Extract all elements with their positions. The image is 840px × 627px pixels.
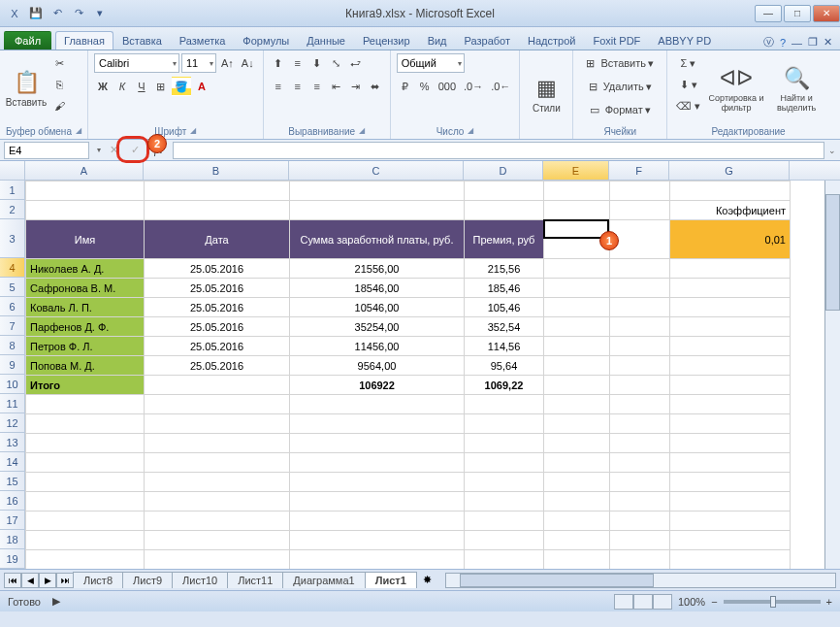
- row-header[interactable]: 1: [0, 181, 25, 200]
- maximize-button[interactable]: □: [784, 5, 811, 22]
- row-header[interactable]: 10: [0, 375, 25, 394]
- row-header[interactable]: 15: [0, 472, 25, 491]
- cell[interactable]: [145, 473, 290, 492]
- row-header[interactable]: 11: [0, 394, 25, 413]
- cell[interactable]: [26, 201, 145, 220]
- tab-foxit[interactable]: Foxit PDF: [584, 31, 649, 50]
- cell[interactable]: [670, 376, 791, 395]
- cell[interactable]: [544, 453, 610, 473]
- cell[interactable]: [290, 434, 465, 453]
- cell[interactable]: [610, 259, 670, 279]
- cell[interactable]: 95,64: [465, 356, 544, 376]
- formula-bar[interactable]: [173, 142, 824, 159]
- cells-area[interactable]: КоэффициентИмяДатаСумма заработной платы…: [25, 181, 840, 569]
- cell[interactable]: Парфенов Д. Ф.: [26, 317, 145, 337]
- insert-cells-button[interactable]: ⊞ Вставить ▾: [579, 53, 661, 73]
- cell[interactable]: Николаев А. Д.: [26, 259, 145, 279]
- cell[interactable]: [544, 356, 610, 376]
- cell[interactable]: [670, 512, 791, 531]
- cell[interactable]: [290, 512, 465, 531]
- row-header[interactable]: 3: [0, 219, 25, 258]
- cell[interactable]: [145, 550, 290, 570]
- cell[interactable]: 35254,00: [290, 317, 465, 337]
- cell[interactable]: 25.05.2016: [145, 317, 290, 337]
- cell[interactable]: [145, 395, 290, 414]
- cell[interactable]: [465, 182, 544, 201]
- align-middle-button[interactable]: ≡: [289, 53, 307, 73]
- row-header[interactable]: 2: [0, 200, 25, 219]
- tab-abbyy[interactable]: ABBYY PD: [649, 31, 720, 50]
- cell[interactable]: [610, 201, 670, 220]
- cell[interactable]: [670, 337, 791, 356]
- cell[interactable]: [26, 434, 145, 453]
- row-header[interactable]: 18: [0, 530, 25, 549]
- col-header-b[interactable]: B: [144, 161, 289, 180]
- cell[interactable]: [465, 512, 544, 531]
- cell[interactable]: Сафронова В. М.: [26, 279, 145, 298]
- cell[interactable]: [290, 182, 465, 201]
- zoom-out-button[interactable]: −: [711, 596, 717, 608]
- cell[interactable]: [610, 395, 670, 414]
- col-header-g[interactable]: G: [669, 161, 790, 180]
- cell[interactable]: [610, 356, 670, 376]
- sheet-tab-active[interactable]: Лист1: [365, 572, 417, 588]
- fill-color-button[interactable]: 🪣: [172, 77, 191, 96]
- cell[interactable]: [670, 414, 791, 434]
- cell[interactable]: [145, 182, 290, 201]
- doc-minimize-icon[interactable]: —: [792, 37, 802, 49]
- cell[interactable]: [670, 453, 791, 473]
- col-header-f[interactable]: F: [609, 161, 669, 180]
- cell[interactable]: 25.05.2016: [145, 337, 290, 356]
- cell[interactable]: [610, 182, 670, 201]
- cell[interactable]: [670, 317, 791, 337]
- cell[interactable]: [26, 531, 145, 550]
- row-header[interactable]: 4: [0, 258, 25, 278]
- cell[interactable]: [670, 395, 791, 414]
- cell[interactable]: 11456,00: [290, 337, 465, 356]
- col-header-d[interactable]: D: [464, 161, 543, 180]
- cut-button[interactable]: ✂: [50, 53, 68, 73]
- cell[interactable]: [544, 550, 610, 570]
- grow-font-button[interactable]: A↑: [218, 53, 237, 73]
- decrease-decimal-button[interactable]: .0←: [488, 77, 513, 96]
- zoom-level[interactable]: 100%: [678, 596, 705, 608]
- tab-addins[interactable]: Надстрой: [519, 31, 584, 50]
- paste-button[interactable]: 📋 Вставить: [6, 53, 47, 124]
- font-color-button[interactable]: A: [193, 77, 210, 96]
- doc-restore-icon[interactable]: ❐: [808, 36, 818, 49]
- cell[interactable]: Имя: [26, 220, 145, 259]
- redo-icon[interactable]: ↷: [70, 5, 87, 22]
- cell[interactable]: [290, 531, 465, 550]
- cell[interactable]: [610, 473, 670, 492]
- sheet-tab[interactable]: Лист11: [227, 572, 283, 588]
- cell[interactable]: [544, 337, 610, 356]
- page-break-view-button[interactable]: [653, 594, 672, 610]
- cell[interactable]: [670, 182, 791, 201]
- minimize-ribbon-icon[interactable]: ⓥ: [763, 35, 774, 50]
- cell[interactable]: [544, 279, 610, 298]
- cell[interactable]: [544, 376, 610, 395]
- fill-button[interactable]: ⬇ ▾: [673, 75, 703, 94]
- sheet-tab[interactable]: Лист9: [122, 572, 173, 588]
- decrease-indent-button[interactable]: ⇤: [328, 77, 345, 96]
- cell[interactable]: 18546,00: [290, 279, 465, 298]
- cell[interactable]: Премия, руб: [465, 220, 544, 259]
- italic-button[interactable]: К: [113, 77, 131, 96]
- cell[interactable]: Коваль Л. П.: [26, 298, 145, 317]
- font-name-combo[interactable]: Calibri: [94, 53, 179, 73]
- vscroll-thumb[interactable]: [825, 194, 840, 311]
- sheet-nav-last[interactable]: ⏭: [56, 573, 74, 588]
- cell[interactable]: [465, 492, 544, 512]
- sort-filter-button[interactable]: ᐊᐅ Сортировка и фильтр: [707, 53, 765, 124]
- cell[interactable]: [290, 492, 465, 512]
- tab-view[interactable]: Вид: [419, 31, 456, 50]
- copy-button[interactable]: ⎘: [50, 75, 68, 94]
- tab-formulas[interactable]: Формулы: [234, 31, 298, 50]
- save-icon[interactable]: 💾: [27, 5, 45, 22]
- qat-dropdown-icon[interactable]: ▾: [91, 5, 109, 22]
- cell[interactable]: [610, 376, 670, 395]
- clear-button[interactable]: ⌫ ▾: [673, 96, 703, 116]
- help-icon[interactable]: ?: [780, 37, 786, 49]
- cell[interactable]: [26, 492, 145, 512]
- cell[interactable]: [670, 473, 791, 492]
